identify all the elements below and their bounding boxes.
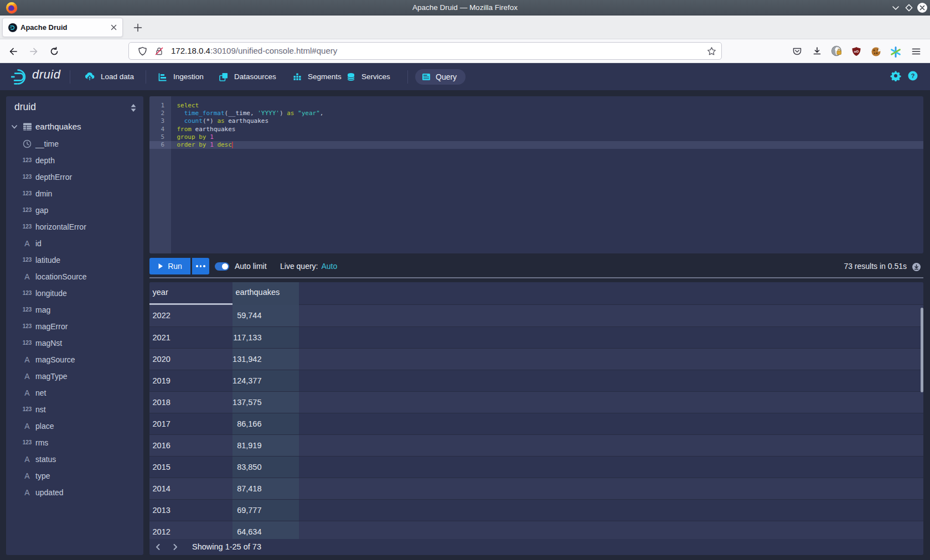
sidebar-column-rms[interactable]: 123rms	[6, 434, 143, 451]
sidebar-column-locationSource[interactable]: AlocationSource	[6, 268, 143, 285]
shield-icon[interactable]	[138, 46, 147, 56]
nav-separator	[146, 70, 146, 84]
table-row-2018[interactable]: 2018137,575	[149, 391, 923, 413]
sidebar-column-gap[interactable]: 123gap	[6, 202, 143, 219]
pagination-prev-icon[interactable]	[154, 543, 162, 551]
run-button-label: Run	[168, 262, 182, 271]
lock-insecure-icon[interactable]	[154, 46, 164, 56]
sidebar-column-depth[interactable]: 123depth	[6, 152, 143, 169]
sidebar-column-type[interactable]: Atype	[6, 468, 143, 484]
table-row-2016[interactable]: 201681,919	[149, 434, 923, 456]
sidebar-column-__time[interactable]: __time	[6, 136, 143, 152]
help-icon[interactable]: ?	[908, 71, 918, 81]
url-host: 172.18.0.4	[171, 46, 210, 55]
sidebar-column-depthError[interactable]: 123depthError	[6, 169, 143, 185]
cell-year: 2013	[153, 500, 170, 521]
sidebar-column-latitude[interactable]: 123latitude	[6, 252, 143, 268]
browser-tab[interactable]: Apache Druid	[2, 18, 123, 37]
datasources-icon	[219, 72, 228, 81]
run-button[interactable]: Run	[149, 258, 190, 274]
table-row-2013[interactable]: 201369,777	[149, 499, 923, 521]
number-type-icon: 123	[22, 169, 32, 185]
divider[interactable]	[149, 277, 923, 278]
sidebar-column-id[interactable]: Aid	[6, 235, 143, 252]
sidebar-column-horizontalError[interactable]: 123horizontalError	[6, 219, 143, 235]
settings-gear-icon[interactable]	[890, 70, 901, 81]
reload-button[interactable]	[49, 46, 59, 56]
extension-asterisk-icon[interactable]	[890, 46, 900, 56]
sidebar-column-net[interactable]: Anet	[6, 385, 143, 401]
sidebar-column-longitude[interactable]: 123longitude	[6, 285, 143, 302]
column-name: magType	[35, 368, 68, 385]
sidebar-column-dmin[interactable]: 123dmin	[6, 185, 143, 202]
column-name: dmin	[35, 185, 52, 202]
new-tab-button[interactable]	[131, 20, 145, 35]
cell-year: 2019	[153, 370, 170, 392]
chevron-down-icon[interactable]	[11, 123, 18, 130]
table-row-2014[interactable]: 201487,418	[149, 478, 923, 499]
table-row-2019[interactable]: 2019124,377	[149, 370, 923, 391]
nav-item-datasources[interactable]: Datasources	[219, 63, 276, 90]
schema-sidebar: druid earthquakes	[6, 96, 143, 555]
nav-item-segments[interactable]: Segments	[293, 63, 342, 90]
number-type-icon: 123	[22, 219, 32, 235]
time-icon	[22, 136, 32, 152]
sort-double-caret-icon[interactable]	[130, 103, 137, 112]
table-row-2020[interactable]: 2020131,942	[149, 348, 923, 370]
number-type-icon: 123	[22, 152, 32, 169]
back-button[interactable]	[8, 46, 18, 56]
nav-separator	[407, 70, 408, 84]
url-text[interactable]: 172.18.0.4:30109/unified-console.html#qu…	[171, 43, 337, 59]
pagination-next-icon[interactable]	[172, 543, 179, 551]
string-type-icon: A	[22, 418, 32, 434]
sidebar-column-magSource[interactable]: AmagSource	[6, 351, 143, 368]
table-scrollbar-thumb[interactable]	[921, 308, 923, 392]
download-results-icon[interactable]	[912, 263, 921, 271]
nav-item-services[interactable]: Services	[347, 63, 390, 90]
menu-hamburger-icon[interactable]	[911, 46, 921, 56]
extension-privacy-icon[interactable]	[831, 45, 843, 57]
ellipsis-dot	[200, 265, 202, 267]
sidebar-column-nst[interactable]: 123nst	[6, 401, 143, 418]
nav-item-query[interactable]: Query	[415, 69, 466, 85]
table-row-2021[interactable]: 2021117,133	[149, 326, 923, 348]
cookie-extension-icon[interactable]	[871, 46, 881, 56]
ingestion-icon	[158, 72, 167, 81]
pocket-icon[interactable]	[792, 46, 802, 56]
auto-limit-toggle[interactable]	[215, 262, 229, 271]
column-name: locationSource	[35, 268, 87, 285]
nav-item-load-data[interactable]: Load data	[85, 63, 134, 90]
sidebar-column-status[interactable]: Astatus	[6, 451, 143, 468]
ublock-origin-icon[interactable]: uO	[851, 46, 861, 56]
downloads-icon[interactable]	[812, 46, 822, 56]
window-minimize-button[interactable]	[891, 3, 901, 13]
run-more-button[interactable]	[192, 258, 209, 274]
column-name: horizontalError	[35, 219, 86, 235]
bookmark-star-icon[interactable]	[707, 46, 716, 56]
column-header-earthquakes[interactable]: earthquakes	[232, 282, 299, 305]
sidebar-column-mag[interactable]: 123mag	[6, 302, 143, 318]
tab-close-icon[interactable]	[110, 24, 117, 31]
forward-button[interactable]	[29, 46, 39, 56]
table-row-2017[interactable]: 201786,166	[149, 413, 923, 434]
sidebar-column-updated[interactable]: Aupdated	[6, 484, 143, 501]
sidebar-column-magError[interactable]: 123magError	[6, 318, 143, 335]
druid-logo-icon[interactable]	[11, 69, 31, 85]
column-header-year[interactable]: year	[149, 282, 232, 305]
live-query-value[interactable]: Auto	[321, 262, 337, 271]
query-editor[interactable]: 123456 select time_format(__time, 'YYYY'…	[149, 96, 923, 253]
sidebar-column-magNst[interactable]: 123magNst	[6, 335, 143, 351]
sidebar-column-place[interactable]: Aplace	[6, 418, 143, 434]
sidebar-column-magType[interactable]: AmagType	[6, 368, 143, 385]
window-maximize-button[interactable]	[904, 3, 914, 13]
window-titlebar[interactable]: Apache Druid — Mozilla Firefox	[0, 0, 930, 15]
table-row-2015[interactable]: 201583,850	[149, 456, 923, 478]
column-name: rms	[35, 434, 48, 451]
druid-wordmark[interactable]: druid	[32, 68, 60, 82]
nav-item-ingestion[interactable]: Ingestion	[158, 63, 204, 90]
pagination-label: Showing 1-25 of 73	[192, 539, 261, 555]
table-row-2022[interactable]: 202259,744	[149, 305, 923, 326]
window-close-button[interactable]	[917, 2, 928, 13]
url-bar[interactable]: 172.18.0.4:30109/unified-console.html#qu…	[128, 42, 722, 60]
sidebar-table-earthquakes[interactable]: earthquakes	[6, 118, 143, 135]
